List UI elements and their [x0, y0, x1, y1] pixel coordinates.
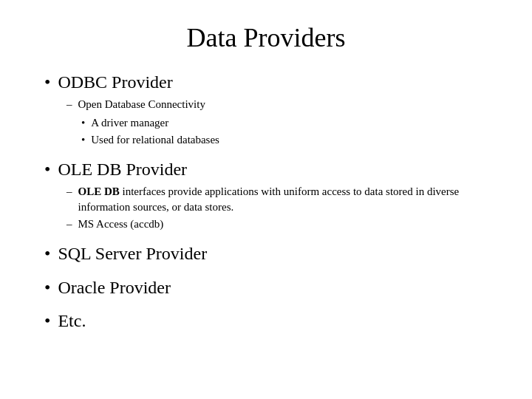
slide: Data Providers • ODBC Provider – Open Da… — [0, 0, 532, 399]
bullet-marker-oracle: • — [44, 276, 50, 299]
bullet-oledb: • OLE DB Provider – OLE DB interfaces pr… — [44, 158, 488, 232]
oledb-bold-text: OLE DB — [78, 185, 120, 197]
bullet-text-odbc: ODBC Provider — [58, 71, 172, 94]
odbc-sub-bullet-2-marker: • — [81, 132, 85, 148]
bullet-marker-sqlserver: • — [44, 242, 50, 265]
oledb-dash-2: – MS Access (accdb) — [66, 216, 488, 232]
odbc-sub-bullet-1-text: A driver manager — [91, 115, 168, 131]
oledb-dash-1: – OLE DB interfaces provide applications… — [66, 184, 488, 215]
bullet-marker-odbc: • — [44, 71, 50, 94]
bullet-marker-oledb: • — [44, 158, 50, 181]
content-area: • ODBC Provider – Open Database Connecti… — [44, 71, 488, 332]
oledb-dash-marker-1: – — [66, 184, 72, 200]
odbc-dash-text: Open Database Connectivity — [78, 97, 205, 112]
bullet-sqlserver: • SQL Server Provider — [44, 242, 488, 265]
bullet-text-etc: Etc. — [58, 310, 86, 332]
odbc-dash-marker: – — [66, 97, 72, 112]
odbc-sub-bullet-2-text: Used for relational databases — [91, 132, 219, 148]
bullet-text-oracle: Oracle Provider — [58, 276, 171, 299]
oledb-dash-text-2: MS Access (accdb) — [78, 216, 164, 232]
bullet-oracle: • Oracle Provider — [44, 276, 488, 299]
slide-title: Data Providers — [44, 22, 488, 53]
odbc-sub-bullet-1-marker: • — [81, 115, 85, 131]
odbc-sub-1: • A driver manager — [81, 115, 488, 131]
oledb-sub-bullets: – OLE DB interfaces provide applications… — [66, 184, 488, 232]
bullet-marker-etc: • — [44, 310, 50, 332]
odbc-dash-1: – Open Database Connectivity — [66, 97, 488, 112]
odbc-sub-2: • Used for relational databases — [81, 132, 488, 148]
bullet-text-sqlserver: SQL Server Provider — [58, 242, 207, 265]
odbc-sub-dash-bullets: • A driver manager • Used for relational… — [81, 115, 488, 148]
bullet-etc: • Etc. — [44, 310, 488, 332]
odbc-sub-bullets: – Open Database Connectivity • A driver … — [66, 97, 488, 148]
oledb-dash-text-1: OLE DB interfaces provide applications w… — [78, 184, 488, 215]
bullet-text-oledb: OLE DB Provider — [58, 158, 187, 181]
oledb-dash-marker-2: – — [66, 216, 72, 232]
bullet-odbc: • ODBC Provider – Open Database Connecti… — [44, 71, 488, 148]
